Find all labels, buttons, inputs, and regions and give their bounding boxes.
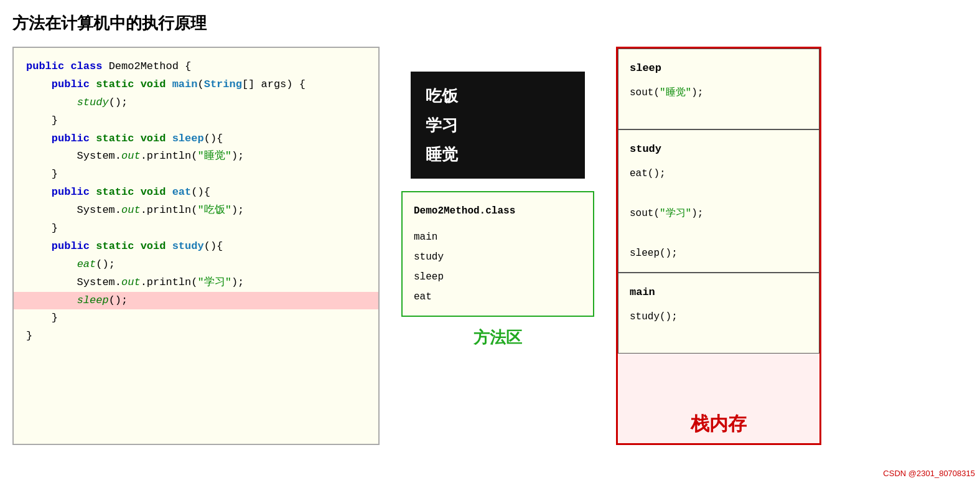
code-line: System.out.println("学习"); bbox=[26, 274, 366, 292]
code-line: study(); bbox=[26, 94, 366, 112]
method-area-methods: main study sleep eat bbox=[414, 227, 582, 307]
code-line: } bbox=[26, 112, 366, 130]
code-line: } bbox=[26, 327, 366, 345]
stack-frame-sleep: sleep sout("睡觉"); bbox=[618, 49, 819, 129]
stack-frames-container: sleep sout("睡觉"); study eat(); sout("学习"… bbox=[618, 49, 819, 403]
output-line-2: 学习 bbox=[426, 111, 570, 140]
code-line: } bbox=[26, 309, 366, 327]
code-line: public static void eat(){ bbox=[26, 184, 366, 202]
code-panel: public class Demo2Method { public static… bbox=[12, 47, 380, 445]
code-line: public static void sleep(){ bbox=[26, 130, 366, 148]
method-item-main: main bbox=[414, 227, 582, 247]
code-line: System.out.println("吃饭"); bbox=[26, 202, 366, 220]
method-item-study: study bbox=[414, 247, 582, 267]
code-line: public static void study(){ bbox=[26, 238, 366, 256]
frame-sleep-title: sleep bbox=[630, 58, 808, 79]
method-area-container: Demo2Method.class main study sleep eat 方… bbox=[401, 191, 594, 349]
page-title: 方法在计算机中的执行原理 bbox=[12, 12, 968, 34]
frame-sleep-code: sout("睡觉"); bbox=[630, 83, 808, 103]
frame-main-title: main bbox=[630, 282, 808, 303]
output-box: 吃饭 学习 睡觉 bbox=[411, 72, 585, 179]
stack-frame-main: main study(); bbox=[618, 273, 819, 354]
frame-main-code: study(); bbox=[630, 307, 808, 327]
output-line-1: 吃饭 bbox=[426, 82, 570, 111]
method-area-box: Demo2Method.class main study sleep eat bbox=[401, 191, 594, 317]
frame-study-title: study bbox=[630, 139, 808, 160]
highlighted-code-line: sleep(); bbox=[14, 292, 378, 310]
code-line: public class Demo2Method { bbox=[26, 58, 366, 76]
method-area-label: 方法区 bbox=[474, 327, 522, 349]
method-item-eat: eat bbox=[414, 287, 582, 307]
stack-memory-label: 栈内存 bbox=[618, 403, 819, 443]
code-line: public static void main(String[] args) { bbox=[26, 76, 366, 94]
method-item-sleep: sleep bbox=[414, 267, 582, 287]
stack-memory-section: sleep sout("睡觉"); study eat(); sout("学习"… bbox=[616, 47, 821, 445]
code-line: eat(); bbox=[26, 256, 366, 274]
main-layout: public class Demo2Method { public static… bbox=[12, 47, 968, 445]
method-area-class-name: Demo2Method.class bbox=[414, 201, 582, 221]
code-line: } bbox=[26, 166, 366, 184]
stack-frame-study: study eat(); sout("学习"); sleep(); bbox=[618, 129, 819, 273]
frame-study-code: eat(); sout("学习"); sleep(); bbox=[630, 164, 808, 263]
code-line: System.out.println("睡觉"); bbox=[26, 148, 366, 166]
middle-section: 吃饭 学习 睡觉 Demo2Method.class main study sl… bbox=[398, 72, 597, 349]
output-line-3: 睡觉 bbox=[426, 140, 570, 169]
watermark: CSDN @2301_80708315 bbox=[883, 469, 975, 478]
code-line: } bbox=[26, 220, 366, 238]
